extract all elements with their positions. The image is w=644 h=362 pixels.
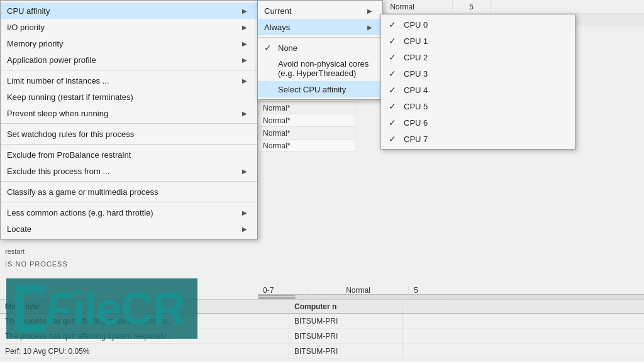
bottom-cell-info-3: Perf: 10 Avg CPU: 0.05% bbox=[0, 344, 289, 358]
check-icon-cpu2: ✓ bbox=[389, 52, 399, 62]
cpu1-label: CPU 1 bbox=[404, 36, 428, 46]
submenu-item-select-cpu[interactable]: Select CPU affinity bbox=[258, 81, 382, 97]
always-divider bbox=[258, 37, 382, 38]
last-row-cpurange: 0-7 bbox=[258, 286, 308, 295]
bottom-row-1[interactable]: The process has quit affecting system re… bbox=[0, 314, 644, 329]
menu-item-limit-instances[interactable]: Limit number of instances ... ▶ bbox=[1, 72, 257, 89]
bottom-cell-info-1: The process has quit affecting system re… bbox=[0, 314, 289, 328]
check-icon-cpu6: ✓ bbox=[389, 118, 399, 128]
menu-item-prevent-sleep[interactable]: Prevent sleep when running ▶ bbox=[1, 105, 257, 121]
cpu4-label: CPU 4 bbox=[404, 85, 428, 95]
bottom-cell-computer-1: BITSUM-PRI bbox=[289, 314, 402, 328]
cpu7-label: CPU 7 bbox=[404, 134, 428, 144]
submenu-cpu-item-1[interactable]: ✓ CPU 1 bbox=[381, 33, 575, 49]
menu-label-watchdog: Set watchdog rules for this process bbox=[7, 129, 134, 139]
check-icon-cpu5: ✓ bbox=[389, 101, 399, 111]
cpu5-label: CPU 5 bbox=[404, 102, 428, 111]
menu-label-limit-instances: Limit number of instances ... bbox=[7, 76, 109, 85]
check-icon-none: ✓ bbox=[264, 43, 274, 53]
submenu-label-select-cpu: Select CPU affinity bbox=[278, 85, 346, 94]
submenu-label-always: Always bbox=[264, 23, 290, 32]
menu-label-prevent-sleep: Prevent sleep when running bbox=[7, 109, 108, 118]
arrow-icon-always: ▶ bbox=[367, 24, 372, 31]
submenu-cpu-cores: ✓ CPU 0 ✓ CPU 1 ✓ CPU 2 ✓ CPU 3 ✓ CPU 4 … bbox=[380, 14, 575, 150]
submenu-always-current: Current ▶ Always ▶ ✓ None Avoid non-phys… bbox=[257, 0, 383, 100]
menu-item-app-power-profile[interactable]: Application power profile ▶ bbox=[1, 52, 257, 68]
bottom-header-info: More info bbox=[0, 300, 289, 313]
arrow-icon-prevent-sleep: ▶ bbox=[242, 110, 247, 117]
menu-item-classify-game[interactable]: Classify as a game or multimedia process bbox=[1, 184, 257, 200]
arrow-icon-limit: ▶ bbox=[242, 77, 247, 84]
menu-label-keep-running: Keep running (restart if terminates) bbox=[7, 92, 133, 102]
check-icon-cpu1: ✓ bbox=[389, 36, 399, 46]
menu-item-locate[interactable]: Locate ▶ bbox=[1, 221, 257, 237]
submenu-label-avoid: Avoid non-physical cores (e.g. HyperThre… bbox=[278, 59, 372, 78]
divider-3 bbox=[1, 144, 257, 145]
menu-item-keep-running[interactable]: Keep running (restart if terminates) bbox=[1, 89, 257, 105]
priority-row-9: Normal* bbox=[258, 114, 355, 126]
menu-item-exclude-process[interactable]: Exclude this process from ... ▶ bbox=[1, 163, 257, 179]
overlay-restart: restart bbox=[5, 248, 25, 255]
submenu-item-current[interactable]: Current ▶ bbox=[258, 3, 382, 19]
submenu-cpu-item-4[interactable]: ✓ CPU 4 bbox=[381, 82, 575, 98]
check-icon-cpu7: ✓ bbox=[389, 134, 399, 144]
submenu-cpu-item-2[interactable]: ✓ CPU 2 bbox=[381, 49, 575, 65]
submenu-cpu-item-7[interactable]: ✓ CPU 7 bbox=[381, 131, 575, 147]
arrow-icon-memory: ▶ bbox=[242, 40, 247, 47]
menu-item-less-common[interactable]: Less common actions (e.g. hard throttle)… bbox=[1, 204, 257, 221]
last-row-priority: Normal bbox=[308, 286, 409, 295]
submenu-label-current: Current bbox=[264, 6, 291, 16]
menu-item-exclude-probalance[interactable]: Exclude from ProBalance restraint bbox=[1, 146, 257, 163]
submenu-cpu-item-5[interactable]: ✓ CPU 5 bbox=[381, 98, 575, 114]
divider-2 bbox=[1, 123, 257, 124]
check-icon-cpu4: ✓ bbox=[389, 85, 399, 95]
arrow-icon-locate: ▶ bbox=[242, 226, 247, 233]
submenu-cpu-item-6[interactable]: ✓ CPU 6 bbox=[381, 114, 575, 131]
bottom-row-3[interactable]: Perf: 10 Avg CPU: 0.05% BITSUM-PRI bbox=[0, 344, 644, 359]
bottom-row-2[interactable]: The process has quit affecting system re… bbox=[0, 329, 644, 344]
divider-5 bbox=[1, 202, 257, 202]
divider-1 bbox=[1, 70, 257, 70]
cpu2-label: CPU 2 bbox=[404, 53, 428, 62]
priority-row-11: Normal* bbox=[258, 140, 355, 151]
context-menu: CPU affinity ▶ I/O priority ▶ Memory pri… bbox=[0, 0, 258, 239]
arrow-icon-less-common: ▶ bbox=[242, 209, 247, 216]
submenu-item-always[interactable]: Always ▶ bbox=[258, 19, 382, 35]
bottom-cell-info-2: The process has quit affecting system re… bbox=[0, 329, 289, 343]
bottom-header-computer: Computer n bbox=[289, 300, 402, 313]
arrow-icon-current: ▶ bbox=[367, 8, 372, 14]
overlay-process-text: IS NO PROCESS bbox=[5, 260, 68, 268]
menu-item-memory-priority[interactable]: Memory priority ▶ bbox=[1, 35, 257, 52]
bottom-cell-computer-2: BITSUM-PRI bbox=[289, 329, 402, 343]
menu-label-exclude-process: Exclude this process from ... bbox=[7, 167, 109, 176]
menu-label-less-common: Less common actions (e.g. hard throttle) bbox=[7, 208, 153, 217]
arrow-icon-app-power: ▶ bbox=[242, 57, 247, 63]
arrow-icon-exclude: ▶ bbox=[242, 168, 247, 175]
cpu6-label: CPU 6 bbox=[404, 118, 428, 128]
menu-label-classify-game: Classify as a game or multimedia process bbox=[7, 187, 158, 197]
last-data-row: 0-7 Normal 5 bbox=[258, 284, 447, 297]
submenu-cpu-item-3[interactable]: ✓ CPU 3 bbox=[381, 65, 575, 82]
submenu-cpu-item-0[interactable]: ✓ CPU 0 bbox=[381, 16, 575, 33]
menu-label-memory-priority: Memory priority bbox=[7, 39, 64, 48]
cpu0-label: CPU 0 bbox=[404, 20, 428, 30]
cpu3-label: CPU 3 bbox=[404, 69, 428, 79]
menu-label-locate: Locate bbox=[7, 224, 31, 234]
arrow-icon-io: ▶ bbox=[242, 24, 247, 31]
bottom-cell-computer-3: BITSUM-PRI bbox=[289, 344, 402, 358]
check-icon-cpu3: ✓ bbox=[389, 69, 399, 79]
menu-item-cpu-affinity[interactable]: CPU affinity ▶ bbox=[1, 3, 257, 19]
menu-label-cpu-affinity: CPU affinity bbox=[7, 6, 50, 16]
submenu-label-none: None bbox=[278, 43, 297, 53]
arrow-icon-cpu-affinity: ▶ bbox=[242, 8, 247, 14]
priority-row-8: Normal* bbox=[258, 102, 355, 114]
menu-item-io-priority[interactable]: I/O priority ▶ bbox=[1, 19, 257, 35]
divider-4 bbox=[1, 181, 257, 182]
check-icon-cpu0: ✓ bbox=[389, 19, 399, 30]
menu-label-exclude-probalance: Exclude from ProBalance restraint bbox=[7, 150, 131, 160]
submenu-item-avoid-nonphysical[interactable]: Avoid non-physical cores (e.g. HyperThre… bbox=[258, 56, 382, 81]
menu-item-watchdog[interactable]: Set watchdog rules for this process bbox=[1, 126, 257, 142]
last-row-value: 5 bbox=[409, 286, 447, 295]
menu-label-app-power-profile: Application power profile bbox=[7, 55, 96, 65]
submenu-item-none[interactable]: ✓ None bbox=[258, 40, 382, 56]
